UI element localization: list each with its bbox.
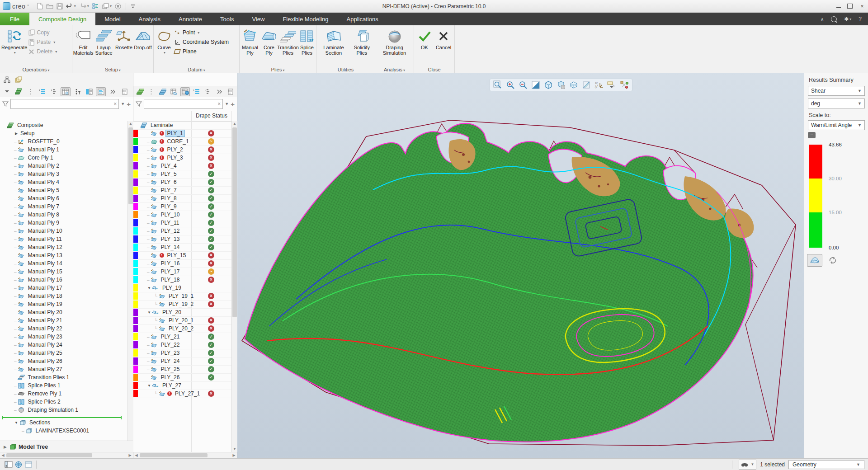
tree-row[interactable]: –Manual Ply 13 (0, 251, 64, 259)
tree-row[interactable]: Composite (0, 121, 45, 129)
laminate-tree-row[interactable]: └PLY_19_2× (133, 300, 231, 309)
laminate-tree-row[interactable]: –PLY_6✓ (133, 178, 231, 187)
laminate-tree-row[interactable]: –PLY_14✓ (133, 243, 231, 252)
ribbon-button-plane[interactable]: Plane (174, 47, 229, 56)
laminate-tree-row[interactable]: –PLY_22✓ (133, 341, 231, 349)
left-filter-input[interactable]: × (10, 99, 119, 109)
collapse-list-icon[interactable] (49, 87, 59, 96)
web-browser-icon[interactable] (14, 460, 24, 469)
tree-row[interactable]: –Manual Ply 1 (0, 146, 61, 154)
collapse-arrow-icon[interactable]: ▼ (147, 286, 151, 290)
tree-columns-icon[interactable] (84, 87, 94, 96)
laminate-tree-row[interactable]: –!CORE_1~ (133, 137, 231, 146)
laminate-tree-row[interactable]: –!PLY_2× (133, 146, 231, 154)
overflow-chevrons-icon[interactable] (108, 87, 118, 96)
overflow-chevrons-icon[interactable] (214, 87, 224, 96)
tree-row[interactable]: –Manual Ply 10 (0, 227, 64, 235)
laminate-vertical-scrollbar[interactable]: ▲ ▼ (231, 121, 237, 452)
tab-analysis[interactable]: Analysis (130, 13, 170, 25)
ribbon-group-label[interactable]: Utilities (316, 67, 375, 72)
minimize-button[interactable] (836, 4, 841, 8)
ribbon-button-delete[interactable]: Delete▾ (28, 47, 57, 56)
help-icon[interactable]: ? (859, 16, 862, 22)
tab-tools[interactable]: Tools (211, 13, 243, 25)
tree-row[interactable]: –Manual Ply 7 (0, 202, 61, 211)
laminate-tree-row[interactable]: –PLY_12✓ (133, 227, 231, 235)
laminate-horizontal-scrollbar[interactable]: ◀▶ (133, 452, 237, 459)
ribbon-group-label[interactable]: Analysis▾ (375, 67, 414, 72)
tree-row[interactable]: –Splice Plies 2 (0, 398, 62, 406)
ribbon-button-laminate-section[interactable]: Laminate Section (317, 27, 350, 56)
ribbon-group-label[interactable]: Close (414, 67, 454, 72)
add-filter-button[interactable]: + (127, 100, 131, 108)
model-display-icon[interactable] (92, 2, 99, 11)
table-globe-icon[interactable] (180, 87, 190, 96)
collapse-legend-button[interactable]: − (808, 132, 816, 138)
save-icon[interactable] (57, 2, 63, 11)
tree-row[interactable]: –Draping Simulation 1 (0, 406, 80, 414)
tree-row[interactable]: –Manual Ply 4 (0, 178, 61, 186)
laminate-tree-row[interactable]: –PLY_9✓ (133, 202, 231, 211)
new-file-icon[interactable] (37, 2, 43, 11)
left-horizontal-scrollbar[interactable]: ◀▶ (0, 452, 133, 459)
refresh-results-button[interactable] (825, 254, 840, 267)
laminate-tree-row[interactable]: └PLY_19_1× (133, 292, 231, 301)
datum-display-icon[interactable]: ×//╱ (594, 80, 604, 90)
units-dropdown[interactable]: deg▼ (808, 99, 865, 108)
ribbon-button-transition-plies[interactable]: Transition Plies (278, 27, 297, 56)
clear-filter-icon[interactable]: × (113, 101, 118, 107)
laminate-tree-row[interactable]: –!PLY_1× (133, 129, 231, 138)
ribbon-button-edit-materials[interactable]: Edit Materials (73, 27, 93, 56)
left-vertical-scrollbar[interactable]: ▲ ▼ (127, 121, 133, 452)
scale-dropdown[interactable]: Warn/Limit Angle▼ (808, 120, 865, 130)
tree-row[interactable]: –Manual Ply 3 (0, 170, 61, 178)
filter-columns-icon[interactable] (72, 87, 82, 96)
tab-flexible-modeling[interactable]: Flexible Modeling (274, 13, 337, 25)
tree-row[interactable]: –Remove Ply 1 (0, 390, 63, 398)
layer-copy-icon[interactable] (14, 75, 24, 84)
ribbon-button-drop-off[interactable]: Drop-off (133, 27, 152, 51)
zoom-out-icon[interactable] (518, 80, 528, 90)
column-display-icon[interactable] (61, 87, 71, 96)
ribbon-button-paste[interactable]: Paste▾ (28, 38, 57, 46)
tree-row[interactable]: –Manual Ply 17 (0, 284, 64, 292)
result-type-dropdown[interactable]: Shear▼ (808, 86, 865, 96)
tree-row[interactable]: –Core Ply 1 (0, 154, 55, 162)
redo-icon[interactable]: ▾ (79, 2, 89, 11)
tab-annotate[interactable]: Annotate (170, 13, 211, 25)
laminate-tree-row[interactable]: –!PLY_3× (133, 154, 231, 162)
tree-row[interactable]: ▼Sections (0, 418, 52, 427)
laminate-tree-row[interactable]: –!PLY_15× (133, 251, 231, 260)
tree-row[interactable]: –Manual Ply 8 (0, 211, 61, 219)
laminate-tree-row[interactable]: –PLY_5✓ (133, 170, 231, 179)
ribbon-button-ok[interactable]: OK (415, 27, 434, 51)
zoom-in-icon[interactable] (505, 80, 515, 90)
tree-row[interactable]: –Manual Ply 24 (0, 341, 64, 349)
annotation-display-icon[interactable] (607, 80, 617, 90)
ribbon-button-coordinate-system[interactable]: Coordinate System (174, 38, 229, 46)
laminate-tree-row[interactable]: └PLY_20_2× (133, 324, 231, 333)
laminate-filter-input[interactable]: × (144, 99, 223, 109)
ribbon-button-cancel[interactable]: Cancel (434, 27, 453, 51)
view-manager-icon[interactable] (569, 80, 579, 90)
tab-applications[interactable]: Applications (338, 13, 387, 25)
tree-row[interactable]: –Manual Ply 15 (0, 268, 64, 276)
customize-toolbar-icon[interactable] (131, 2, 135, 11)
layers-blue-icon[interactable] (158, 87, 167, 96)
tab-view[interactable]: View (243, 13, 274, 25)
ribbon-group-label[interactable]: Plies▾ (240, 67, 316, 72)
laminate-tree-row[interactable]: ▼✂PLY_19 (133, 284, 231, 292)
blank-window-icon[interactable] (24, 460, 33, 469)
display-style-icon[interactable] (543, 80, 553, 90)
model-canvas[interactable] (237, 73, 804, 458)
collapse-list-icon[interactable] (203, 87, 212, 96)
laminate-tree-row[interactable]: –PLY_4× (133, 162, 231, 170)
window-switch-icon[interactable]: ▾ (102, 2, 112, 11)
notebook-page-icon[interactable] (119, 87, 129, 96)
ribbon-button-regenerate[interactable]: Regenerate▾ (1, 27, 28, 56)
ribbon-button-manual-ply[interactable]: Manual Ply (241, 27, 259, 56)
model-tree-footer[interactable]: ▶ Model Tree (0, 441, 133, 452)
laminate-tree-row[interactable]: ▼✂PLY_27 (133, 381, 231, 390)
tree-row[interactable]: –Splice Plies 1 (0, 381, 62, 390)
undo-icon[interactable]: ▾ (66, 2, 76, 11)
